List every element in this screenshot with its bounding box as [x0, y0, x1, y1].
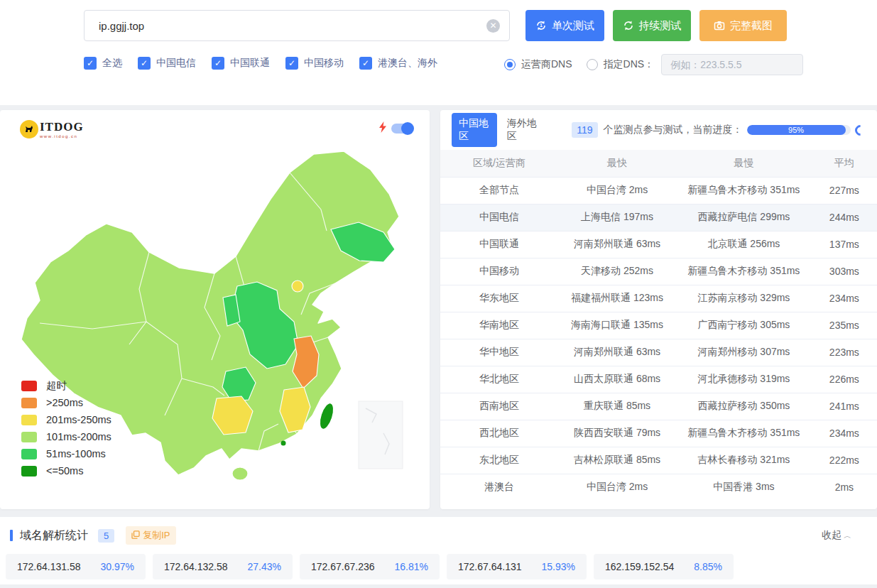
checkbox-item-1[interactable]: ✓中国电信	[138, 57, 196, 70]
column-header: 最快	[558, 150, 676, 177]
collapse-button[interactable]: 收起 ︿	[822, 529, 851, 542]
cell-slowest: 新疆乌鲁木齐移动 351ms	[676, 420, 812, 447]
checkbox-label: 中国电信	[156, 57, 196, 70]
cell-average: 244ms	[812, 204, 877, 231]
checkbox-label: 中国联通	[230, 57, 270, 70]
speed-toggle[interactable]	[378, 121, 413, 135]
cell-fastest: 上海电信 197ms	[558, 204, 676, 231]
collapse-label: 收起	[822, 529, 841, 542]
cell-region: 全部节点	[440, 177, 558, 204]
loading-spinner-icon	[853, 122, 868, 137]
cell-fastest: 福建福州联通 123ms	[558, 285, 676, 312]
checkbox-item-3[interactable]: ✓中国移动	[285, 57, 344, 70]
cell-fastest: 吉林松原联通 85ms	[558, 447, 676, 474]
cell-region: 华北地区	[440, 366, 558, 393]
checkbox-label: 全选	[102, 57, 122, 70]
checkbox-box[interactable]: ✓	[285, 57, 298, 70]
tab-overseas-region[interactable]: 海外地区	[507, 117, 538, 143]
legend-row-2: 201ms-250ms	[21, 414, 111, 425]
carrier-dns-radio[interactable]	[504, 59, 516, 70]
legend-label: 101ms-200ms	[46, 431, 111, 442]
ip-card-2[interactable]: 172.67.67.23616.81%	[300, 554, 440, 579]
single-test-button[interactable]: 1 单次测试	[525, 10, 604, 41]
ip-address: 172.67.67.236	[311, 561, 375, 572]
checkbox-item-0[interactable]: ✓全选	[84, 57, 122, 70]
ip-card-0[interactable]: 172.64.131.5830.97%	[6, 554, 146, 579]
cell-slowest: 中国香港 3ms	[676, 474, 812, 501]
progress-bar: 95%	[747, 125, 851, 135]
tab-china-region[interactable]: 中国地区	[452, 113, 497, 147]
cell-slowest: 河北承德移动 319ms	[676, 366, 812, 393]
cell-region: 华南地区	[440, 312, 558, 339]
table-row: 东北地区吉林松原联通 85ms吉林长春移动 321ms222ms	[440, 447, 877, 474]
checkbox-item-2[interactable]: ✓中国联通	[212, 57, 270, 70]
checkbox-box[interactable]: ✓	[84, 57, 97, 70]
map-legend: 超时>250ms201ms-250ms101ms-200ms51ms-100ms…	[21, 380, 111, 477]
top-header: ✕ 1 单次测试 持续测试	[0, 0, 877, 105]
ip-card-1[interactable]: 172.64.132.5827.43%	[153, 554, 293, 579]
legend-swatch	[21, 381, 37, 391]
results-panel: 中国地区 海外地区 119 个监测点参与测试，当前进度： 95% 区域/运营商最…	[440, 110, 877, 509]
ip-percentage: 16.81%	[395, 561, 428, 572]
cell-region: 西北地区	[440, 420, 558, 447]
ip-percentage: 30.97%	[101, 561, 134, 572]
cell-slowest: 新疆乌鲁木齐移动 351ms	[676, 177, 812, 204]
column-header: 区域/运营商	[440, 150, 558, 177]
toggle-track[interactable]	[391, 124, 413, 134]
cell-slowest: 河南郑州移动 307ms	[676, 339, 812, 366]
custom-dns-label[interactable]: 指定DNS：	[604, 58, 655, 71]
legend-label: 201ms-250ms	[46, 414, 111, 425]
cell-average: 226ms	[812, 366, 877, 393]
legend-row-1: >250ms	[21, 397, 111, 408]
ip-address: 162.159.152.54	[605, 561, 674, 572]
cell-average: 223ms	[812, 339, 877, 366]
monitor-progress-text: 个监测点参与测试，当前进度：	[604, 124, 743, 136]
dns-resolution-header: 域名解析统计 5 复制IP 收起 ︿	[0, 517, 877, 554]
lightning-icon	[378, 121, 387, 135]
cell-region: 港澳台	[440, 474, 558, 501]
cell-average: 234ms	[812, 285, 877, 312]
copy-icon	[131, 530, 140, 541]
ip-address: 172.64.132.58	[164, 561, 228, 572]
cell-fastest: 重庆联通 85ms	[558, 393, 676, 420]
cell-average: 303ms	[812, 258, 877, 285]
checkbox-box[interactable]: ✓	[212, 57, 224, 70]
copy-ip-label: 复制IP	[143, 529, 170, 542]
province-hk-dot	[281, 441, 286, 446]
host-input[interactable]	[84, 10, 510, 41]
dns-resolution-title: 域名解析统计	[20, 528, 88, 543]
cell-region: 中国移动	[440, 258, 558, 285]
latency-results-table: 区域/运营商最快最慢平均 全部节点中国台湾 2ms新疆乌鲁木齐移动 351ms2…	[440, 150, 877, 501]
custom-dns-radio[interactable]	[587, 59, 598, 70]
checkbox-box[interactable]: ✓	[359, 57, 372, 70]
checkbox-item-4[interactable]: ✓港澳台、海外	[359, 57, 437, 70]
cell-fastest: 河南郑州联通 63ms	[558, 231, 676, 258]
clear-input-icon[interactable]: ✕	[486, 19, 500, 33]
ip-address: 172.67.64.131	[458, 561, 522, 572]
ip-card-3[interactable]: 172.67.64.13115.93%	[447, 554, 587, 579]
dns-radio-row: 运营商DNS 指定DNS：	[504, 54, 803, 75]
legend-swatch	[21, 398, 37, 408]
copy-ip-button[interactable]: 复制IP	[126, 526, 175, 545]
checkbox-box[interactable]: ✓	[138, 57, 151, 70]
itdog-logo: ITDOG www.itdog.cn	[20, 120, 84, 138]
full-screenshot-button[interactable]: 完整截图	[699, 10, 787, 41]
ip-percentage: 8.85%	[694, 561, 722, 572]
cell-slowest: 北京联通 256ms	[676, 231, 812, 258]
province-taiwan-darkgreen	[317, 401, 337, 430]
cell-average: 227ms	[812, 177, 877, 204]
cell-average: 235ms	[812, 312, 877, 339]
carrier-dns-label[interactable]: 运营商DNS	[521, 58, 572, 71]
ip-percentage: 27.43%	[248, 561, 281, 572]
svg-text:1: 1	[540, 23, 543, 28]
cell-slowest: 西藏拉萨电信 299ms	[676, 204, 812, 231]
cell-fastest: 中国台湾 2ms	[558, 177, 676, 204]
continuous-test-button[interactable]: 持续测试	[613, 10, 691, 41]
ip-card-4[interactable]: 162.159.152.548.85%	[594, 554, 734, 579]
custom-dns-input[interactable]	[661, 54, 803, 75]
table-row: 华北地区山西太原联通 68ms河北承德移动 319ms226ms	[440, 366, 877, 393]
cell-region: 东北地区	[440, 447, 558, 474]
progress-percent: 95%	[788, 126, 804, 134]
cell-average: 137ms	[812, 231, 877, 258]
toggle-knob	[401, 122, 414, 135]
